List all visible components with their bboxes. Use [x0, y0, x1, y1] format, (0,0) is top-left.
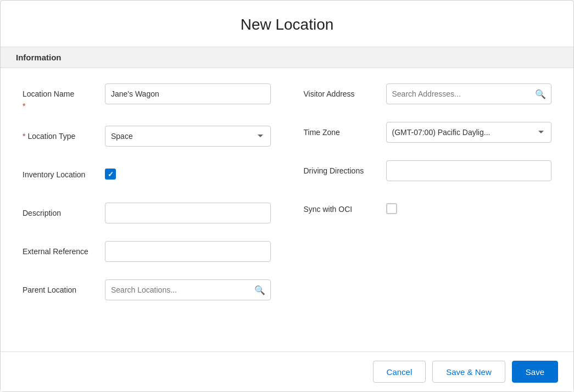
description-control: [105, 203, 271, 223]
parent-location-input[interactable]: [105, 279, 271, 300]
time-zone-control: (GMT-07:00) Pacific Daylig...: [386, 122, 552, 143]
sync-with-oci-row: Sync with OCI: [304, 199, 552, 223]
location-type-select[interactable]: Space Building Floor Room: [105, 126, 271, 147]
save-new-button[interactable]: Save & New: [432, 361, 505, 383]
time-zone-select[interactable]: (GMT-07:00) Pacific Daylig...: [386, 122, 552, 143]
time-zone-row: Time Zone (GMT-07:00) Pacific Daylig...: [304, 122, 552, 146]
form-body: Location Name * * Location Type: [1, 68, 573, 351]
form-grid: Location Name * * Location Type: [23, 83, 551, 318]
modal-footer: Cancel Save & New Save: [1, 351, 573, 391]
save-button[interactable]: Save: [512, 361, 558, 383]
sync-with-oci-label: Sync with OCI: [304, 199, 386, 215]
inventory-location-row: Inventory Location ✓: [23, 164, 271, 188]
external-reference-row: External Reference: [23, 241, 271, 265]
inventory-location-label: Inventory Location: [23, 164, 105, 181]
description-input[interactable]: [105, 203, 271, 223]
required-star: *: [23, 101, 105, 112]
parent-location-control: 🔍: [105, 279, 271, 300]
external-reference-control: [105, 241, 271, 262]
driving-directions-row: Driving Directions: [304, 160, 552, 184]
parent-location-row: Parent Location 🔍: [23, 279, 271, 304]
col-right: Visitor Address 🔍 Time Zone: [304, 83, 552, 318]
location-type-row: * Location Type Space Building Floor Roo…: [23, 126, 271, 150]
location-name-label: Location Name *: [23, 83, 105, 111]
location-name-input[interactable]: [105, 83, 271, 104]
modal-title: New Location: [1, 1, 573, 47]
location-name-row: Location Name *: [23, 83, 271, 111]
location-type-control: Space Building Floor Room: [105, 126, 271, 147]
inventory-location-checkbox[interactable]: ✓: [105, 169, 116, 180]
visitor-address-control: 🔍: [386, 83, 552, 104]
location-type-label: * Location Type: [23, 126, 105, 142]
driving-directions-input[interactable]: [386, 160, 552, 181]
cancel-button[interactable]: Cancel: [373, 361, 426, 383]
time-zone-label: Time Zone: [304, 122, 386, 138]
description-row: Description: [23, 203, 271, 227]
sync-with-oci-checkbox[interactable]: [386, 203, 397, 214]
visitor-address-row: Visitor Address 🔍: [304, 83, 552, 108]
inventory-location-control: ✓: [105, 164, 271, 180]
parent-location-label: Parent Location: [23, 279, 105, 296]
section-label: Information: [16, 53, 62, 62]
parent-location-search-wrapper: 🔍: [105, 279, 271, 300]
driving-directions-control: [386, 160, 552, 181]
external-reference-input[interactable]: [105, 241, 271, 262]
external-reference-label: External Reference: [23, 241, 105, 257]
driving-directions-label: Driving Directions: [304, 160, 386, 177]
new-location-modal: New Location Information Location Name *: [0, 0, 574, 392]
visitor-address-label: Visitor Address: [304, 83, 386, 100]
visitor-address-search-wrapper: 🔍: [386, 83, 552, 104]
section-header-information: Information: [1, 47, 573, 68]
sync-with-oci-control: [386, 199, 552, 214]
visitor-address-input[interactable]: [386, 83, 552, 104]
col-left: Location Name * * Location Type: [23, 83, 271, 318]
location-name-control: [105, 83, 271, 104]
description-label: Description: [23, 203, 105, 219]
checkmark-icon: ✓: [108, 171, 114, 178]
